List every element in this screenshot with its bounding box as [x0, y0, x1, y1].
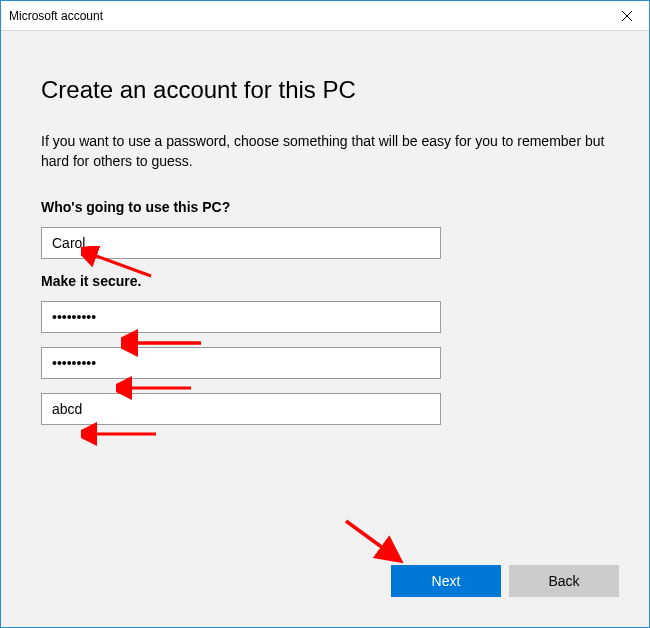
description-text: If you want to use a password, choose so…: [41, 132, 609, 171]
close-icon: [622, 11, 632, 21]
titlebar-text: Microsoft account: [9, 9, 103, 23]
user-section-label: Who's going to use this PC?: [41, 199, 609, 215]
username-input[interactable]: [41, 227, 441, 259]
close-button[interactable]: [604, 1, 649, 31]
password-hint-input[interactable]: [41, 393, 441, 425]
content-area: Create an account for this PC If you wan…: [1, 31, 649, 627]
page-title: Create an account for this PC: [41, 76, 609, 104]
secure-section-label: Make it secure.: [41, 273, 609, 289]
window: Microsoft account Create an account for …: [0, 0, 650, 628]
button-row: Next Back: [391, 565, 619, 597]
titlebar: Microsoft account: [1, 1, 649, 31]
password-input[interactable]: [41, 301, 441, 333]
confirm-password-input[interactable]: [41, 347, 441, 379]
back-button[interactable]: Back: [509, 565, 619, 597]
arrow-annotation: [336, 511, 416, 571]
svg-line-11: [346, 521, 398, 559]
next-button[interactable]: Next: [391, 565, 501, 597]
